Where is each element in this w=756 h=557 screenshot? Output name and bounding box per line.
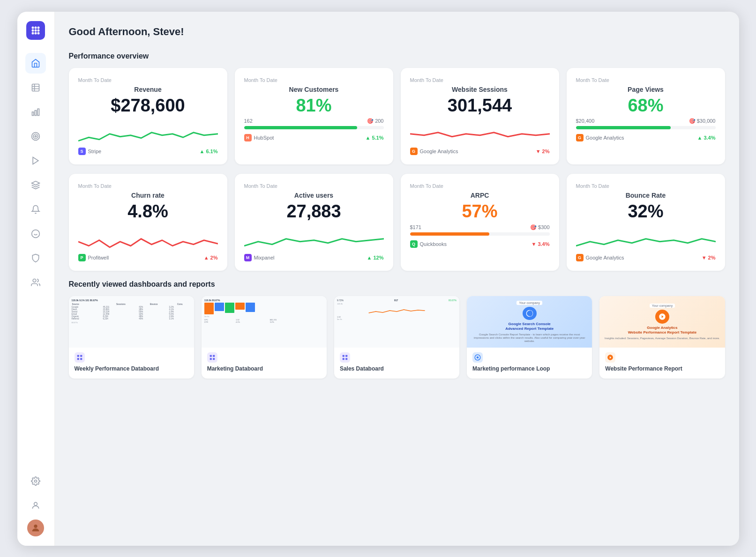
sidebar-item-security[interactable] (25, 248, 46, 268)
svg-rect-31 (210, 355, 211, 357)
progress-customers: 162 🎯 200 (244, 118, 384, 129)
metric-title-churn: Churn rate (78, 192, 218, 199)
dashboard-name-website-report: Website Performance Report (605, 365, 719, 373)
sidebar-item-goals[interactable] (25, 126, 46, 147)
source-label-customers: HubSpot (254, 135, 274, 141)
metric-title-sessions: Website Sessions (410, 86, 550, 93)
svg-marker-19 (33, 157, 38, 164)
mini-chart-churn (78, 226, 218, 247)
source-label-activeusers: Mixpanel (254, 255, 275, 260)
source-label-revenue: Stripe (88, 149, 102, 154)
progress-target-customers: 🎯 200 (367, 118, 383, 124)
dashboard-card-website-report[interactable]: Your company Google AnalyticsWebsite Per… (599, 296, 725, 379)
dashboard-card-marketing[interactable]: 118.0k 80.67% 3m 8s CPC1.32$45,231 (202, 296, 327, 379)
loop-source-icon (472, 352, 483, 363)
svg-point-6 (32, 32, 34, 34)
progress-labels-pageviews: $20,400 🎯 $30,000 (576, 118, 716, 124)
hubspot-icon: H (244, 134, 252, 141)
svg-point-25 (34, 502, 37, 505)
card-footer-churn: P Profitwell ▲ 2% (78, 254, 218, 261)
change-arpc: ▼ 3.4% (531, 241, 549, 247)
sidebar-item-home[interactable] (25, 53, 46, 74)
mini-chart-sessions (410, 120, 550, 141)
quickbooks-icon: Q (410, 240, 418, 248)
dashboard-name-loop: Marketing performance Loop (472, 365, 586, 373)
recent-section: Recently viewed dashboards and reports 1… (69, 280, 725, 379)
svg-point-7 (35, 32, 37, 34)
sidebar-item-settings[interactable] (25, 471, 46, 491)
svg-point-18 (35, 135, 36, 137)
card-footer-revenue: S Stripe ▲ 6.1% (78, 148, 218, 155)
mini-chart-activeusers (244, 226, 384, 247)
dashboard-info-sales: Sales Databoard (334, 348, 459, 379)
card-footer-activeusers: M Mixpanel ▲ 12% (244, 254, 384, 261)
sidebar-item-video[interactable] (25, 150, 46, 171)
metric-value-revenue: $278,600 (78, 96, 218, 116)
page-header: Good Afternoon, Steve! (69, 26, 725, 38)
source-ga-sessions: G Google Analytics (410, 148, 458, 155)
sidebar-item-emoji[interactable] (25, 223, 46, 244)
metric-title-revenue: Revenue (78, 86, 218, 93)
svg-rect-33 (210, 358, 211, 360)
metric-title-bounce: Bounce Rate (576, 192, 716, 199)
app-logo[interactable] (26, 21, 45, 40)
metric-title-arpc: ARPC (410, 192, 550, 199)
marketing-source-icon (207, 352, 217, 363)
progress-labels-customers: 162 🎯 200 (244, 118, 384, 124)
svg-rect-35 (343, 355, 344, 357)
app-container: Good Afternoon, Steve! Performance overv… (17, 12, 739, 546)
svg-point-20 (32, 230, 40, 238)
source-ga-pageviews: G Google Analytics (576, 134, 624, 141)
metrics-row-2: Month to date Churn rate 4.8% P Profitwe… (69, 174, 725, 271)
metric-card-activeusers: Month to date Active users 27,883 M Mixp… (235, 174, 393, 271)
svg-point-8 (37, 32, 40, 34)
svg-point-2 (37, 26, 40, 29)
metric-card-sessions: Month to date Website Sessions 301,544 G… (401, 68, 559, 165)
ga-icon-pageviews: G (576, 134, 584, 141)
progress-current-arpc: $171 (410, 224, 421, 230)
dashboard-thumb-sales: 9.72%91780.67% 118.0k 1.32 3m 8s (334, 296, 459, 348)
metric-card-churn: Month to date Churn rate 4.8% P Profitwe… (69, 174, 227, 271)
sidebar-item-layers[interactable] (25, 175, 46, 195)
ga-icon-sessions: G (410, 148, 418, 155)
dashboard-thumb-loop: Your company Google Search ConsoleAdvanc… (467, 296, 592, 348)
progress-bar-bg-customers (244, 126, 384, 129)
svg-rect-28 (80, 355, 82, 357)
dashboard-card-loop[interactable]: Your company Google Search ConsoleAdvanc… (467, 296, 592, 379)
dashboard-info-marketing: Marketing Databoard (202, 348, 327, 379)
svg-point-24 (35, 480, 37, 482)
progress-bar-fill-customers (244, 126, 357, 129)
dashboard-name-marketing: Marketing Databoard (207, 365, 321, 373)
dashboard-card-weekly[interactable]: 118.0k 9.1% 101 80.67% SourceSessionsBou… (69, 296, 194, 379)
user-avatar[interactable] (27, 520, 44, 536)
source-stripe: S Stripe (78, 148, 102, 155)
metric-label-bounce: Month to date (576, 183, 716, 189)
card-footer-sessions: G Google Analytics ▼ 2% (410, 148, 550, 155)
sidebar-item-table[interactable] (25, 77, 46, 98)
sidebar-item-profile[interactable] (25, 495, 46, 516)
progress-labels-arpc: $171 🎯 $300 (410, 224, 550, 230)
sidebar-item-users[interactable] (25, 272, 46, 293)
metric-title-activeusers: Active users (244, 192, 384, 199)
card-footer-customers: H HubSpot ▲ 5.1% (244, 134, 384, 141)
sales-source-icon (340, 352, 350, 363)
source-label-sessions: Google Analytics (420, 149, 458, 154)
sidebar-bottom (25, 471, 46, 536)
dashboard-card-sales[interactable]: 9.72%91780.67% 118.0k 1.32 3m 8s (334, 296, 459, 379)
progress-bar-bg-arpc (410, 232, 550, 236)
source-ga-bounce: G Google Analytics (576, 254, 624, 261)
sidebar-item-charts[interactable] (25, 102, 46, 122)
change-sessions: ▼ 2% (536, 149, 550, 154)
svg-rect-27 (77, 355, 79, 357)
sidebar-item-notifications[interactable] (25, 199, 46, 220)
mixpanel-icon: M (244, 254, 252, 261)
svg-point-17 (33, 134, 38, 139)
metric-label-arpc: Month to date (410, 183, 550, 189)
website-report-source-icon (605, 352, 615, 363)
progress-bar-bg-pageviews (576, 126, 716, 129)
progress-target-arpc: 🎯 $300 (530, 224, 550, 230)
metric-label-customers: Month to date (244, 77, 384, 83)
metric-value-bounce: 32% (576, 202, 716, 222)
progress-bar-fill-pageviews (576, 126, 671, 129)
recent-title: Recently viewed dashboards and reports (69, 280, 725, 289)
